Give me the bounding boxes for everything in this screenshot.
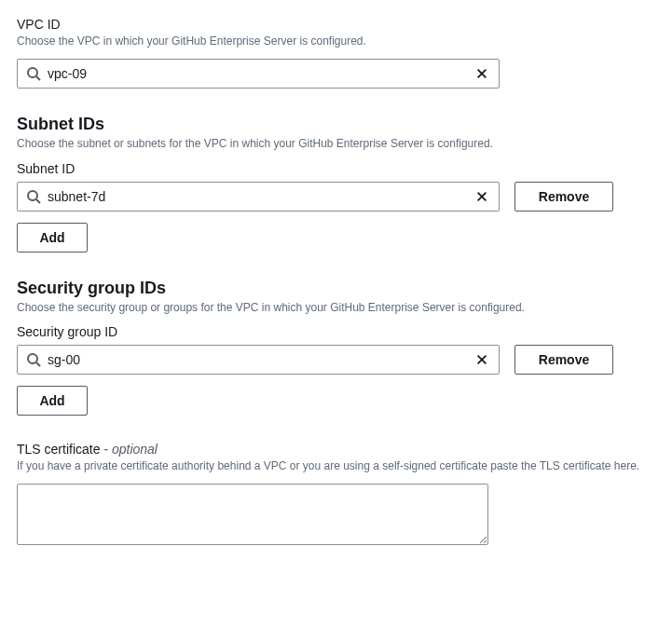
tls-hint: If you have a private certificate author… [17, 458, 655, 474]
vpc-id-label: VPC ID [17, 17, 655, 32]
clear-icon[interactable] [472, 63, 492, 84]
security-group-id-input[interactable] [17, 345, 500, 375]
security-group-hint: Choose the security group or groups for … [17, 300, 655, 316]
add-subnet-button[interactable]: Add [17, 223, 88, 253]
add-subnet-row: Add [17, 223, 655, 253]
vpc-id-row [17, 59, 655, 89]
subnet-id-input[interactable] [17, 182, 500, 212]
add-security-group-button[interactable]: Add [17, 386, 88, 416]
remove-subnet-button[interactable]: Remove [514, 182, 613, 212]
subnet-id-row: Remove [17, 182, 655, 212]
vpc-id-input[interactable] [17, 59, 500, 89]
clear-icon[interactable] [472, 186, 492, 207]
add-security-group-row: Add [17, 386, 655, 416]
security-group-id-label: Security group ID [17, 324, 655, 339]
clear-icon[interactable] [472, 349, 492, 370]
security-group-heading: Security group IDs [17, 279, 655, 298]
vpc-id-search-wrap [17, 59, 500, 89]
tls-label: TLS certificate [17, 442, 100, 457]
subnet-section: Subnet IDs Choose the subnet or subnets … [17, 115, 655, 253]
tls-section: TLS certificate - optional If you have a… [17, 442, 655, 548]
security-group-section: Security group IDs Choose the security g… [17, 279, 655, 416]
security-group-id-row: Remove [17, 345, 655, 375]
vpc-id-hint: Choose the VPC in which your GitHub Ente… [17, 34, 655, 49]
vpc-section: VPC ID Choose the VPC in which your GitH… [17, 17, 655, 89]
security-group-id-search-wrap [17, 345, 500, 375]
tls-label-row: TLS certificate - optional [17, 442, 655, 457]
subnet-id-search-wrap [17, 182, 500, 212]
remove-security-group-button[interactable]: Remove [514, 345, 613, 375]
subnet-hint: Choose the subnet or subnets for the VPC… [17, 136, 655, 152]
subnet-id-label: Subnet ID [17, 161, 655, 176]
tls-optional: - optional [100, 442, 157, 457]
tls-certificate-textarea[interactable] [17, 484, 488, 545]
subnet-heading: Subnet IDs [17, 115, 655, 134]
